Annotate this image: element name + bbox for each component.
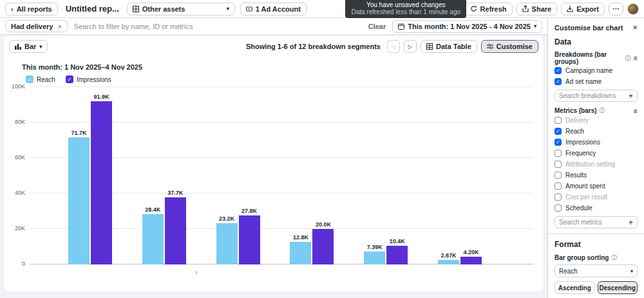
legend-item-reach[interactable]: ✓Reach — [26, 75, 55, 83]
checkbox-row-amount-spent[interactable]: Amount spent — [554, 181, 638, 192]
page-next-button[interactable]: ▷ — [404, 40, 417, 53]
bar-value-label: 4.20K — [463, 249, 478, 255]
chart-type-dropdown[interactable]: Bar ▾ — [9, 40, 48, 53]
bar-value-label: 91.9K — [93, 94, 109, 100]
metrics-list: Delivery✓Reach✓ImpressionsFrequencyAttri… — [554, 115, 638, 214]
checkbox-label: Cost per result — [565, 194, 607, 201]
checkbox-unchecked-icon[interactable] — [554, 117, 562, 124]
checkbox-row-attribution-setting[interactable]: Attribution setting — [554, 159, 638, 170]
checkbox-row-schedule[interactable]: Schedule — [554, 203, 638, 214]
ascending-button[interactable]: Ascending — [554, 281, 595, 294]
checkbox-checked-icon[interactable]: ✓ — [554, 78, 562, 85]
checkbox-unchecked-icon[interactable] — [554, 183, 562, 190]
bar-value-label: 7.39K — [367, 244, 383, 250]
bar-column: 20.0K — [312, 221, 334, 264]
bar-value-label: 37.7K — [167, 190, 183, 196]
checkbox-unchecked-icon[interactable] — [554, 204, 562, 212]
metrics-search-input[interactable]: Search metrics + — [554, 216, 638, 228]
filter-chip-had-delivery[interactable]: Had delivery × — [5, 20, 68, 32]
data-table-button[interactable]: Data Table — [421, 40, 477, 53]
bar-column: 37.7K — [165, 190, 186, 264]
date-range-selector[interactable]: This month: 1 Nov 2025 - 4 Nov 2025 ▾ — [392, 20, 542, 33]
assets-dropdown-label: Other assets — [142, 5, 185, 13]
checkbox-checked-icon[interactable]: ✓ — [554, 139, 562, 146]
checkbox-row-impressions[interactable]: ✓Impressions — [554, 137, 638, 148]
legend-label: Reach — [37, 76, 55, 83]
checkbox-unchecked-icon[interactable] — [554, 194, 562, 201]
breakdown-count-text: Showing 1-6 of 12 breakdown segments — [246, 43, 381, 50]
checkbox-label: Results — [565, 172, 587, 179]
bar-column: 12.8K — [290, 234, 311, 264]
bar-reach — [216, 223, 238, 264]
chevron-down-icon: ▾ — [39, 44, 42, 50]
user-avatar[interactable] — [627, 3, 639, 15]
legend-label: Impressions — [77, 76, 111, 83]
breakdowns-list: ✓Campaign name✓Ad set name — [554, 65, 638, 87]
all-reports-button[interactable]: ‹ All reports — [5, 3, 58, 15]
legend-item-impressions[interactable]: ✓Impressions — [66, 75, 111, 83]
checkbox-label: Reach — [565, 128, 584, 135]
data-refreshed-text: Data refreshed less than 1 minute ago — [351, 8, 460, 15]
export-icon — [567, 5, 573, 12]
checkbox-checked-icon[interactable]: ✓ — [554, 67, 562, 74]
bar-impressions — [91, 101, 112, 264]
page-previous-icon: ◁ — [392, 44, 395, 50]
close-icon[interactable]: × — [57, 23, 61, 30]
checkbox-unchecked-icon[interactable] — [554, 161, 562, 168]
filter-search-input[interactable]: Search to filter by name, ID or metrics — [74, 23, 362, 30]
report-title[interactable]: Untitled rep... — [66, 4, 119, 14]
sorting-metric-dropdown[interactable]: Reach ▾ — [554, 264, 638, 277]
metrics-search-placeholder: Search metrics — [559, 219, 602, 226]
checkbox-unchecked-icon[interactable] — [554, 172, 562, 179]
checkbox-label: Amount spent — [565, 183, 605, 190]
bar-group: 71.7K91.9K — [68, 94, 112, 264]
bar-group: 2.67K4.20K — [438, 249, 482, 264]
checkbox-row-results[interactable]: Results — [554, 170, 638, 181]
breakdowns-heading: Breakdowns (bar groups) — [554, 51, 623, 65]
refresh-label: Refresh — [480, 5, 507, 13]
bar-value-label: 23.2K — [219, 215, 234, 222]
export-label: Export — [576, 5, 599, 13]
page-previous-button[interactable]: ◁ — [387, 40, 400, 53]
plus-icon[interactable]: + — [629, 218, 633, 227]
checkbox-checked-icon[interactable]: ✓ — [554, 128, 562, 135]
bar-column: 71.7K — [68, 130, 90, 264]
unsaved-changes-text: You have unsaved changes — [351, 1, 460, 8]
checkbox-row-cost-per-result[interactable]: Cost per result — [554, 192, 638, 203]
refresh-button[interactable]: Refresh — [464, 3, 513, 15]
clear-filters-button[interactable]: Clear — [368, 23, 386, 30]
plus-icon[interactable]: + — [629, 92, 633, 101]
bar-chart-icon — [15, 43, 21, 50]
y-tick-label: 40K — [6, 190, 25, 196]
bar-value-label: 71.7K — [71, 130, 86, 136]
bar-column: 2.67K — [438, 252, 459, 264]
checkbox-unchecked-icon[interactable] — [554, 150, 562, 157]
checkbox-label: Schedule — [565, 204, 592, 212]
checkbox-row-delivery[interactable]: Delivery — [554, 115, 638, 126]
checkbox-label: Delivery — [565, 117, 589, 124]
customise-button[interactable]: Customise — [481, 40, 538, 53]
descending-button[interactable]: Descending — [598, 281, 638, 294]
close-icon[interactable]: × — [632, 23, 638, 32]
checkbox-label: Ad set name — [565, 78, 601, 85]
y-tick-label: 60K — [6, 154, 25, 161]
reorder-list-icon[interactable]: ≡ — [634, 107, 638, 115]
breakdowns-search-input[interactable]: Search breakdowns + — [554, 90, 638, 102]
share-button[interactable]: Share — [516, 3, 558, 15]
info-icon: ⓘ — [625, 54, 631, 63]
y-tick-label: 100K — [6, 83, 25, 90]
unsaved-changes-toast: You have unsaved changes Data refreshed … — [345, 0, 466, 18]
page-next-icon: ▷ — [408, 44, 412, 50]
more-options-button[interactable]: ⋯ — [609, 3, 623, 15]
assets-dropdown[interactable]: Other assets ▾ — [127, 3, 235, 15]
export-button[interactable]: Export — [561, 3, 605, 15]
reorder-list-icon[interactable]: ≡ — [634, 54, 638, 62]
checkbox-row-reach[interactable]: ✓Reach — [554, 126, 638, 137]
ad-account-selector[interactable]: 1 Ad Account — [240, 3, 307, 15]
checkbox-row-ad-set-name[interactable]: ✓Ad set name — [554, 76, 638, 87]
checkbox-row-campaign-name[interactable]: ✓Campaign name — [554, 65, 638, 76]
checkbox-row-frequency[interactable]: Frequency — [554, 148, 638, 159]
all-reports-label: All reports — [17, 5, 52, 13]
bar-reach — [438, 260, 459, 264]
chevron-down-icon: ▾ — [630, 268, 633, 274]
